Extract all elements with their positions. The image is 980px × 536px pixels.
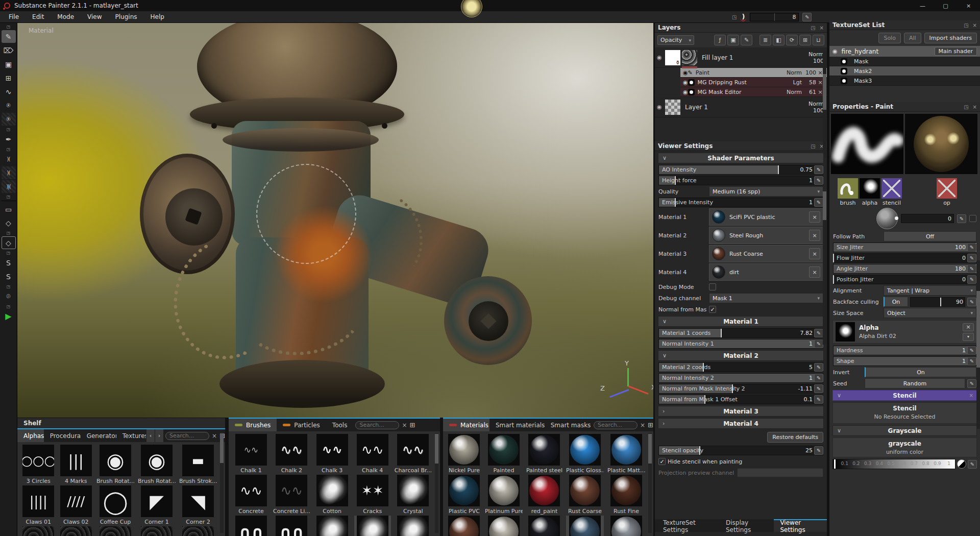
select-alignment[interactable]: Tangent | Wrap▾ (884, 285, 976, 296)
visibility-icon[interactable]: ◉ (657, 104, 665, 110)
section-material-3[interactable]: ›Material 3 (658, 406, 824, 417)
edit-value-icon[interactable]: ✎ (967, 254, 976, 262)
polygon-fill-tool[interactable]: ⊞ (2, 71, 16, 84)
visibility-icon[interactable]: ◉ (683, 69, 688, 76)
clear-material-button[interactable]: × (809, 230, 820, 241)
scroll-thumb[interactable] (648, 434, 652, 464)
checkbox-debug-mode[interactable] (709, 283, 716, 290)
add-folder-icon[interactable]: ⊞ (799, 35, 811, 45)
slider-material-2-coords[interactable]: Material 2 coords5✎ (658, 362, 823, 372)
edit-value-icon[interactable]: ✎ (967, 379, 976, 388)
paint-tool-popup[interactable]: ◳ (2, 23, 16, 30)
layer-effect-row[interactable]: ◉MG Dripping RustLgt58× (680, 78, 827, 87)
shelf-item[interactable] (607, 516, 645, 536)
invert-contrast-icon[interactable] (957, 459, 966, 469)
shelf-item[interactable] (179, 526, 217, 536)
shelf-item[interactable]: Cotton (314, 475, 351, 515)
viewport-3d[interactable]: Material Y X Z (17, 23, 653, 418)
minimize-button[interactable]: — (911, 0, 934, 11)
close-panel-icon[interactable]: × (969, 393, 973, 398)
shelf-item[interactable]: ∿∿Chalk 1 (233, 434, 270, 474)
shelf-item[interactable]: ∿∿Concrete (233, 475, 270, 515)
stroke-opacity-icon[interactable]: ) (740, 13, 746, 21)
symmetry-popup[interactable]: ◳ (2, 193, 16, 200)
stencil-resource-card[interactable]: Stencil No Resource Selected (832, 402, 977, 424)
checkbox-hide-stencil-when-painting[interactable]: ✓ (658, 458, 666, 465)
tab-display-settings[interactable]: Display Settings (720, 519, 774, 532)
menu-view[interactable]: View (81, 12, 108, 22)
menu-help[interactable]: Help (144, 12, 171, 22)
shelf-item[interactable] (447, 516, 481, 536)
edit-value-icon[interactable]: ✎ (967, 357, 976, 366)
tab-brushes[interactable]: Brushes (229, 419, 277, 431)
delete-layer-icon[interactable]: ⊔ (813, 35, 824, 45)
layer-row[interactable]: ◉Fill layer 1Norm100 (655, 47, 827, 68)
slider-angle-jitter[interactable]: Angle Jitter180✎ (833, 264, 976, 274)
angle-link-checkbox[interactable] (969, 215, 976, 222)
symmetry-toggle[interactable]: )( (2, 153, 16, 165)
alpha-resource-card[interactable]: Alpha Alpha Dirt 02 × ▾ (832, 320, 977, 344)
shelf-item[interactable] (566, 516, 604, 536)
material-picker[interactable]: dirt× (709, 263, 823, 281)
brush-size-edit-icon[interactable]: ✎ (802, 13, 812, 21)
angle-dial[interactable] (876, 208, 898, 229)
shelf-item[interactable]: ◉Brush Rotat... (138, 445, 176, 484)
edit-value-icon[interactable]: ✎ (967, 264, 976, 273)
material-picker-tool[interactable]: ✒ (2, 133, 16, 145)
material-picker[interactable]: SciFi PVC plastic× (709, 208, 823, 226)
angle-value-slider[interactable]: 0 (901, 214, 954, 223)
checkbox-normal-from-masks[interactable]: ✓ (709, 306, 716, 313)
clone-textured-tool[interactable]: ⍟ (2, 113, 16, 126)
smudge-tool[interactable]: ∿ (2, 85, 16, 98)
backface-toggle[interactable]: On (884, 297, 908, 307)
camera-view-tool[interactable]: ▭ (2, 203, 16, 215)
tab-alphas[interactable]: Alphas (17, 429, 44, 442)
edit-value-icon[interactable]: ✎ (814, 446, 823, 455)
shelf-item[interactable]: Plastic Matt... (607, 434, 645, 474)
seed-random-button[interactable]: Random (865, 378, 965, 388)
import-shaders-button[interactable]: Import shaders (924, 33, 977, 43)
edit-value-icon[interactable]: ✎ (814, 329, 823, 337)
main-shader-button[interactable]: Main shader (935, 47, 977, 56)
clear-alpha-button[interactable]: × (963, 323, 974, 331)
add-effect-icon[interactable]: ƒ (714, 35, 726, 45)
backface-angle-slider[interactable]: 90 (910, 297, 965, 307)
edit-value-icon[interactable]: ✎ (967, 298, 976, 306)
clear-search-icon[interactable]: × (640, 422, 645, 429)
properties-scrollbar[interactable] (976, 260, 980, 429)
channel-row[interactable]: Mask2 (829, 66, 980, 76)
shelf-item[interactable]: ◯Coffee Cup (96, 485, 134, 525)
layer-content-thumbnail[interactable] (665, 100, 680, 115)
shelf-item[interactable] (485, 516, 523, 536)
shelf-item[interactable] (354, 516, 391, 536)
search-input[interactable] (165, 432, 209, 440)
scroll-tabs-left-icon[interactable]: ‹ (146, 429, 155, 442)
section-material-1[interactable]: ∨Material 1 (658, 316, 824, 327)
shelf-item[interactable]: ▬Brush Strok... (179, 445, 217, 484)
eraser-tool[interactable]: ⌦ (2, 44, 16, 57)
slider-hardness[interactable]: Hardness1✎ (833, 346, 976, 355)
shelf-item[interactable]: Plastic Gloss... (566, 434, 604, 474)
layer-effect-row[interactable]: ◉MG Mask EditorNorm61× (680, 87, 827, 97)
blend-mode-select[interactable]: Opacity ▾ (657, 35, 694, 45)
edit-value-icon[interactable]: ✎ (814, 395, 823, 404)
grayscale-card[interactable]: grayscale uniform color (832, 437, 977, 457)
add-mask-icon[interactable]: ▣ (727, 35, 739, 45)
menu-plugins[interactable]: Plugins (109, 12, 144, 22)
edit-value-icon[interactable]: ✎ (814, 165, 823, 174)
slider-flow-jitter[interactable]: Flow Jitter0✎ (833, 253, 976, 263)
close-panel-icon[interactable]: × (973, 104, 977, 110)
clone-popup[interactable]: ◳ (2, 126, 16, 132)
shelf-item[interactable]: red_paint (526, 475, 562, 515)
section-material-2[interactable]: ∨Material 2 (658, 350, 824, 361)
ortho-popup[interactable]: ◳ (2, 250, 16, 256)
screenshot-popup[interactable]: ◳ (2, 303, 16, 309)
clear-search-icon[interactable]: × (402, 422, 407, 429)
grayscale-edit-icon[interactable]: ✎ (968, 460, 977, 469)
shelf-item[interactable]: ||||Claws 01 (21, 485, 56, 525)
scroll-thumb[interactable] (220, 433, 224, 463)
shelf-item[interactable]: Rust Fine (607, 475, 645, 515)
tile-op[interactable]: op (937, 178, 957, 206)
undock-icon[interactable]: ◳ (811, 25, 815, 31)
tab-tools[interactable]: Tools (326, 419, 354, 431)
